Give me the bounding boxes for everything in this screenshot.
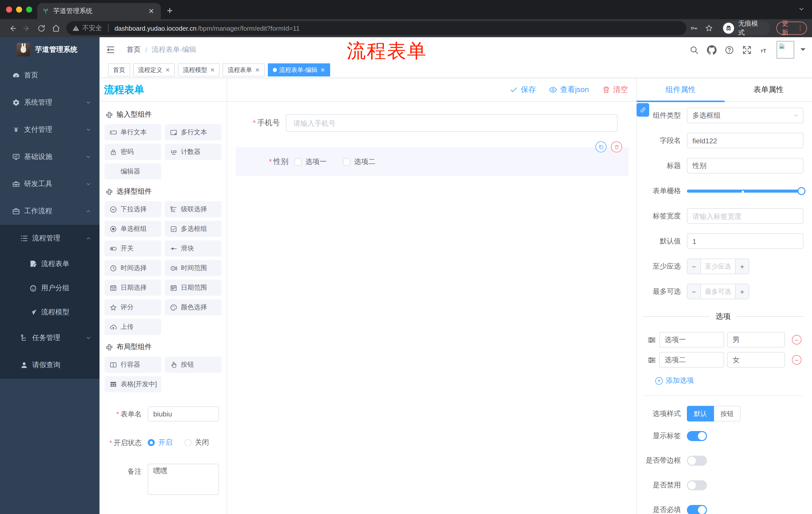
label-width-input[interactable] <box>687 208 804 224</box>
component-pill[interactable]: 123计数器 <box>165 144 222 160</box>
toggle-switch[interactable] <box>687 505 707 514</box>
sidebar-item-8[interactable]: 流程表单 <box>0 252 99 276</box>
bookmark-star-icon[interactable] <box>705 24 713 32</box>
component-pill[interactable]: 颜色选择 <box>165 299 222 315</box>
sidebar-item-10[interactable]: 流程模型 <box>0 300 99 324</box>
help-icon[interactable] <box>725 45 734 55</box>
tag-view-2[interactable]: 流程定义✕ <box>133 63 175 77</box>
github-icon[interactable] <box>707 45 717 55</box>
delete-component-button[interactable] <box>611 141 622 153</box>
component-pill[interactable]: 单行文本 <box>105 124 161 140</box>
component-pill[interactable]: 行容器 <box>105 357 161 373</box>
form-remark-textarea[interactable]: 嘿嘿 <box>148 464 219 495</box>
stepper-plus-button[interactable]: + <box>735 284 749 299</box>
form-name-input[interactable] <box>148 406 219 422</box>
tag-view-1[interactable]: 首页 <box>108 63 130 77</box>
status-off-radio[interactable]: 关闭 <box>184 438 209 447</box>
breadcrumb-home[interactable]: 首页 <box>127 45 141 54</box>
toggle-switch[interactable] <box>687 431 707 441</box>
tag-close-icon[interactable]: ✕ <box>165 66 170 73</box>
remove-option-button[interactable]: − <box>792 335 802 345</box>
component-pill[interactable]: 级联选择 <box>165 201 222 217</box>
style-button-button[interactable]: 按钮 <box>714 406 741 422</box>
stepper-plus-button[interactable]: + <box>735 259 749 274</box>
component-pill[interactable]: 多选框组 <box>165 221 222 237</box>
toggle-switch[interactable] <box>687 480 707 490</box>
tab-close-icon[interactable]: ✕ <box>147 7 156 15</box>
option-name-input[interactable] <box>659 352 724 368</box>
option-value-input[interactable] <box>727 332 785 348</box>
stepper-minus-button[interactable]: − <box>687 284 701 299</box>
tag-view-4[interactable]: 流程表单✕ <box>223 63 265 77</box>
component-type-select[interactable]: 多选框组 <box>687 108 804 123</box>
default-value-input[interactable] <box>687 233 804 249</box>
browser-tab[interactable]: 芋道管理系统 ✕ <box>37 3 161 19</box>
home-icon[interactable] <box>52 24 60 32</box>
tag-close-icon[interactable]: ✕ <box>210 66 214 73</box>
copy-component-button[interactable] <box>596 141 607 153</box>
sidebar-item-11[interactable]: 任务管理 <box>0 324 99 352</box>
search-icon[interactable] <box>689 45 699 55</box>
sidebar-item-4[interactable]: 基础设施 <box>0 143 99 170</box>
forward-icon[interactable] <box>23 24 31 32</box>
chrome-update-button[interactable]: 更新 ⋮ <box>776 22 807 35</box>
component-pill[interactable]: 编辑器 <box>105 163 161 180</box>
reload-icon[interactable] <box>37 24 46 32</box>
gender-option-checkbox[interactable]: 选项一 <box>294 157 327 166</box>
component-pill[interactable]: 表格[开发中] <box>105 376 161 392</box>
gender-option-checkbox[interactable]: 选项二 <box>343 157 375 166</box>
component-pill[interactable]: 时间选择 <box>105 260 161 276</box>
minimize-window-button[interactable] <box>16 6 22 12</box>
tag-view-5[interactable]: 流程表单-编辑✕ <box>267 63 330 77</box>
tab-component-props[interactable]: 组件属性 <box>637 78 725 101</box>
drawer-handle[interactable] <box>637 103 649 117</box>
save-button[interactable]: 保存 <box>510 85 536 94</box>
component-pill[interactable]: 密码 <box>105 144 161 160</box>
option-value-input[interactable] <box>727 352 785 368</box>
close-window-button[interactable] <box>6 6 12 12</box>
component-pill[interactable]: 日期选择 <box>105 280 161 296</box>
toggle-switch[interactable] <box>687 456 707 466</box>
component-pill[interactable]: 上传 <box>105 319 161 335</box>
sidebar-item-5[interactable]: 研发工具 <box>0 170 99 198</box>
sidebar-fold-icon[interactable] <box>106 45 116 55</box>
max-select-input[interactable] <box>701 284 735 299</box>
window-controls[interactable] <box>6 6 32 12</box>
sidebar-item-6[interactable]: 工作流程 <box>0 198 99 225</box>
fullscreen-icon[interactable] <box>742 45 752 55</box>
back-icon[interactable] <box>8 24 17 32</box>
address-bar[interactable]: 不安全 dashboard.yudao.iocoder.cn/bpm/manag… <box>66 21 687 35</box>
status-on-radio[interactable]: 开启 <box>148 438 172 447</box>
remove-option-button[interactable]: − <box>792 355 802 364</box>
component-pill[interactable]: 日期范围 <box>165 280 222 296</box>
option-name-input[interactable] <box>659 332 724 348</box>
component-pill[interactable]: 开关 <box>105 240 161 256</box>
component-pill[interactable]: 多行文本 <box>165 124 222 140</box>
stepper-minus-button[interactable]: − <box>687 259 701 274</box>
clear-button[interactable]: 清空 <box>602 85 628 94</box>
sidebar-item-3[interactable]: ¥支付管理 <box>0 116 99 143</box>
phone-field-input[interactable] <box>286 114 617 132</box>
form-grid-slider[interactable] <box>687 183 804 199</box>
component-pill[interactable]: 按钮 <box>165 357 222 373</box>
phone-field-row[interactable]: 手机号 <box>236 114 629 132</box>
new-tab-button[interactable]: + <box>167 4 173 17</box>
tab-form-props[interactable]: 表单属性 <box>725 78 812 101</box>
tag-close-icon[interactable]: ✕ <box>255 66 260 73</box>
tag-view-3[interactable]: 流程模型✕ <box>178 63 220 77</box>
component-pill[interactable]: 单选框组 <box>105 221 161 237</box>
tag-close-icon[interactable]: ✕ <box>320 66 325 73</box>
sidebar-item-9[interactable]: 用户分组 <box>0 276 99 300</box>
drag-handle-icon[interactable] <box>647 355 656 364</box>
add-option-button[interactable]: + 添加选项 <box>655 376 804 385</box>
sidebar-item-12[interactable]: 请假查询 <box>0 352 99 379</box>
slider-handle[interactable] <box>798 187 806 195</box>
font-size-icon[interactable]: тT <box>760 45 769 55</box>
sidebar-item-7[interactable]: 流程管理 <box>0 225 99 252</box>
component-pill[interactable]: 滑块 <box>165 240 222 256</box>
password-key-icon[interactable] <box>690 24 698 32</box>
component-pill[interactable]: 评分 <box>105 299 161 315</box>
title-input[interactable] <box>687 158 804 173</box>
tab-search-chevron-icon[interactable] <box>798 5 805 12</box>
drag-handle-icon[interactable] <box>647 335 656 344</box>
